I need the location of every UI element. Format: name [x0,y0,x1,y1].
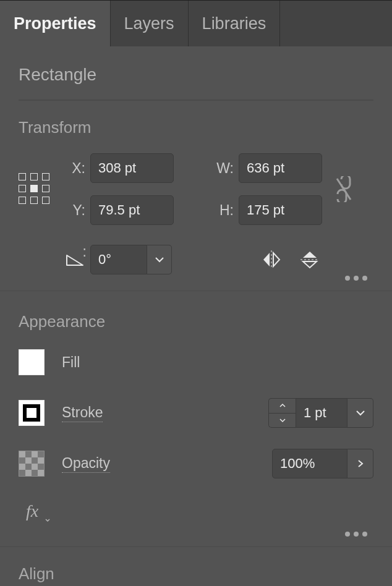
tab-libraries[interactable]: Libraries [189,1,281,46]
angle-field [90,245,177,274]
x-input[interactable] [90,153,174,183]
flip-horizontal-icon[interactable] [261,250,282,269]
reference-point-locator[interactable] [19,173,51,205]
y-input[interactable] [90,195,174,225]
fx-icon[interactable]: fx [26,502,53,523]
opacity-input[interactable] [272,449,347,478]
w-input[interactable] [239,153,322,183]
fill-row: Fill [19,345,373,380]
link-wh-icon[interactable] [325,176,362,202]
align-heading: Align [19,564,373,584]
opacity-row: Opacity [19,446,373,481]
flip-buttons [214,249,325,270]
stroke-weight-control [268,398,373,428]
rotate-angle-icon [66,253,90,266]
opacity-label[interactable]: Opacity [62,455,110,473]
w-label: W: [214,160,239,177]
appearance-heading: Appearance [19,312,373,331]
align-section: Align [0,547,392,584]
stroke-weight-dropdown[interactable] [347,398,373,428]
transform-section: Transform X: W: Y: H: [0,101,392,291]
fill-swatch[interactable] [19,349,45,375]
flip-vertical-icon[interactable] [300,249,319,270]
h-label: H: [214,202,239,219]
appearance-more-options[interactable] [345,532,367,537]
panel-tabs: Properties Layers Libraries [0,1,392,46]
panel-body: Rectangle Transform X: W: Y: H: [0,46,392,584]
selection-name: Rectangle [0,46,392,85]
angle-label: : [83,244,87,260]
stroke-swatch[interactable] [19,400,45,426]
transform-heading: Transform [19,118,373,137]
opacity-control [272,449,373,478]
stroke-label[interactable]: Stroke [62,404,103,422]
opacity-dropdown[interactable] [347,449,373,478]
fx-row: fx [19,497,373,528]
y-label: Y: [66,202,90,219]
angle-dropdown-button[interactable] [147,245,172,274]
stroke-weight-input[interactable] [296,398,347,428]
svg-text:fx: fx [26,502,39,520]
stepper-up-icon[interactable] [269,399,296,414]
svg-line-0 [337,179,351,200]
tab-layers[interactable]: Layers [111,1,189,46]
transform-more-options[interactable] [345,276,367,281]
stepper-down-icon[interactable] [269,414,296,428]
tab-properties[interactable]: Properties [0,1,111,46]
fill-label: Fill [62,354,80,371]
appearance-section: Appearance Fill Stroke Opacity [0,291,392,547]
x-label: X: [66,160,90,177]
angle-input[interactable] [90,245,147,274]
h-input[interactable] [239,195,322,225]
stroke-row: Stroke [19,396,373,430]
stroke-weight-stepper[interactable] [268,398,296,428]
transform-grid: X: W: Y: H: : [19,151,373,277]
opacity-swatch[interactable] [19,451,45,477]
